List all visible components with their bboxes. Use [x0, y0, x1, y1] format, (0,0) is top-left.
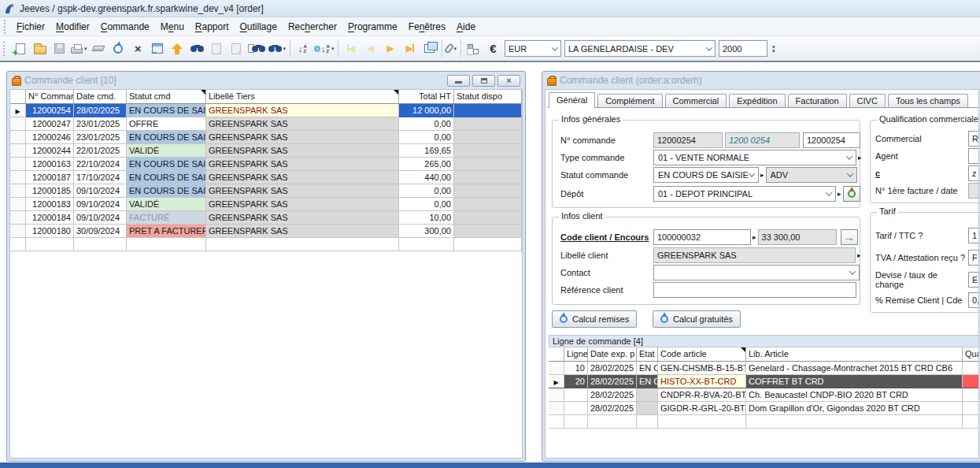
client-code-input[interactable]: 100000032: [653, 229, 751, 245]
cell-total[interactable]: 0,00: [399, 184, 454, 198]
first-record-button[interactable]: ◀: [341, 39, 361, 58]
calcul-gratuites-button[interactable]: Calcul gratuités: [653, 310, 741, 328]
cell-etat[interactable]: EN C: [637, 362, 658, 375]
cell-date[interactable]: 17/10/2024: [74, 171, 127, 184]
cell-statut[interactable]: OFFRE: [127, 117, 206, 131]
devise-input[interactable]: E: [968, 272, 979, 288]
cell-tiers[interactable]: GREENSPARK SAS: [206, 198, 399, 211]
cell-total[interactable]: 0,00: [399, 117, 454, 131]
windows-list-button[interactable]: [420, 39, 439, 58]
cell-ligne[interactable]: 20: [564, 375, 588, 388]
year-input[interactable]: 2000: [719, 40, 767, 57]
field-detail-arrow-icon[interactable]: ▸: [838, 190, 841, 198]
cell-tiers[interactable]: GREENSPARK SAS: [206, 131, 399, 144]
field-label-c[interactable]: c: [875, 169, 968, 178]
order-row[interactable]: 12000183 09/10/2024 VALIDÉ GREENSPARK SA…: [10, 198, 522, 211]
cell-date[interactable]: 22/01/2025: [74, 144, 127, 158]
up-level-button[interactable]: [168, 39, 187, 58]
column-header-ligne[interactable]: Ligne: [564, 347, 588, 362]
tab-civc[interactable]: CIVC: [849, 94, 886, 107]
cell-order-no[interactable]: 12000246: [26, 131, 74, 144]
cell-total[interactable]: 0,00: [399, 131, 454, 144]
column-header-etat[interactable]: Etat: [637, 347, 658, 362]
tab-tous-les-champs[interactable]: Tous les champs: [888, 94, 968, 107]
sort-info-button[interactable]: i↓AZ▾: [312, 39, 335, 58]
column-header-date-exp[interactable]: Date exp. p: [588, 347, 637, 362]
column-header-statut[interactable]: Statut cmd: [127, 90, 206, 104]
order-status-select[interactable]: EN COURS DE SAISIE: [653, 167, 759, 183]
previous-record-button[interactable]: ◀: [361, 39, 380, 58]
order-row[interactable]: 12000187 17/10/2024 EN COURS DE SAISIE G…: [10, 171, 522, 184]
cell-total[interactable]: 440,00: [399, 171, 454, 184]
cell-dispo[interactable]: [454, 198, 522, 211]
cell-date-exp[interactable]: 28/02/2025: [588, 362, 637, 375]
cell-tiers[interactable]: GREENSPARK SAS: [206, 144, 399, 158]
calcul-remises-button[interactable]: Calcul remises: [552, 310, 637, 328]
order-row[interactable]: 12000247 23/01/2025 OFFRE GREENSPARK SAS…: [10, 117, 522, 131]
cell-date-exp[interactable]: 28/02/2025: [588, 375, 637, 388]
cell-dispo[interactable]: [454, 117, 522, 131]
field-detail-arrow-icon[interactable]: ▸: [753, 233, 756, 241]
search-button[interactable]: [187, 39, 207, 58]
cell-total[interactable]: 169,65: [399, 144, 454, 158]
tab-general[interactable]: Général: [549, 92, 595, 108]
cell-order-no[interactable]: 12000254: [26, 104, 74, 117]
cell-quantite[interactable]: [963, 375, 979, 388]
cell-dispo[interactable]: [454, 171, 522, 184]
cell-date[interactable]: 23/01/2025: [74, 131, 127, 144]
refresh-button[interactable]: [109, 39, 128, 58]
contact-select[interactable]: [653, 265, 860, 280]
toolbar-overflow-button[interactable]: ▾▾: [772, 45, 775, 53]
cell-date[interactable]: 30/09/2024: [74, 225, 127, 238]
order-window-titlebar[interactable]: Commande client (order:a:orderh): [545, 72, 979, 89]
cell-order-no[interactable]: 12000180: [26, 225, 74, 238]
order-line-row[interactable]: ▶ 20 28/02/2025 EN C HISTO-XX-BT-CRD COF…: [549, 375, 979, 388]
column-header-date[interactable]: Date cmd.: [74, 90, 127, 104]
clear-button[interactable]: [89, 39, 109, 58]
c-input[interactable]: z: [968, 165, 979, 181]
tarif-input[interactable]: 1: [968, 228, 979, 243]
cell-dispo[interactable]: [454, 131, 522, 144]
order-line-row[interactable]: 28/02/2025 GIGDR-R-GRL-20-BT-C Dom Grapi…: [549, 402, 979, 415]
cell-statut[interactable]: PRET A FACTURER: [127, 225, 206, 238]
print-button[interactable]: ▾: [69, 39, 89, 58]
cell-order-no[interactable]: 12000187: [26, 171, 74, 184]
currency-select[interactable]: EUR: [505, 40, 561, 57]
column-header-order-no[interactable]: N° Commande: [26, 90, 74, 104]
cell-date-exp[interactable]: 28/02/2025: [588, 388, 637, 402]
cell-tiers[interactable]: GREENSPARK SAS: [206, 117, 399, 131]
sort-button[interactable]: ↓AZ: [293, 39, 312, 58]
cell-lib-article[interactable]: Genelard - Chassage-Montrachet 2015 BT C…: [746, 362, 963, 375]
order-line-row[interactable]: 10 28/02/2025 EN C GEN-CHSMB-B-15-BT-C G…: [549, 362, 979, 375]
save-button[interactable]: [50, 39, 69, 58]
order-type-select[interactable]: 01 - VENTE NORMALE: [653, 150, 856, 165]
cell-tiers[interactable]: GREENSPARK SAS: [206, 104, 399, 117]
order-line-row[interactable]: 28/02/2025 CNDPR-R-BVA-20-BT-C Ch. Beauc…: [549, 388, 979, 402]
cell-dispo[interactable]: [454, 144, 522, 158]
cell-order-no[interactable]: 12000244: [26, 144, 74, 158]
depot-refresh-button[interactable]: [843, 186, 860, 202]
cell-code-article[interactable]: HISTO-XX-BT-CRD: [658, 375, 746, 388]
tab-commercial[interactable]: Commercial: [665, 94, 727, 107]
column-header-total[interactable]: Total HT: [399, 90, 454, 104]
menu-item-programme[interactable]: Programme: [342, 19, 403, 35]
column-header-tiers[interactable]: Libellé Tiers: [206, 90, 399, 104]
cell-quantite[interactable]: [963, 362, 979, 375]
cell-order-no[interactable]: 12000163: [26, 158, 74, 171]
tab-expedition[interactable]: Expédition: [729, 94, 785, 107]
orders-window-titlebar[interactable]: Commande client [10] ×: [9, 72, 523, 89]
cell-statut[interactable]: EN COURS DE SAISIE: [127, 158, 206, 171]
cell-order-no[interactable]: 12000184: [26, 211, 74, 225]
cell-etat[interactable]: [637, 388, 658, 402]
cell-statut[interactable]: VALIDÉ: [127, 144, 206, 158]
next-record-button[interactable]: ▶: [380, 39, 400, 58]
order-row[interactable]: 12000185 09/10/2024 EN COURS DE SAISIE G…: [10, 184, 522, 198]
open-button[interactable]: [30, 39, 50, 58]
order-row[interactable]: ▶ 12000254 28/02/2025 EN COURS DE SAISIE…: [10, 104, 522, 117]
field-detail-arrow-icon[interactable]: ▸: [857, 251, 861, 259]
cell-quantite[interactable]: [963, 402, 979, 415]
search-info-button[interactable]: i▾: [267, 39, 288, 58]
company-select[interactable]: LA GENELARDAISE - DEV: [564, 40, 716, 57]
cell-tiers[interactable]: GREENSPARK SAS: [206, 211, 399, 225]
menu-item-rechercher[interactable]: Rechercher: [283, 19, 342, 35]
